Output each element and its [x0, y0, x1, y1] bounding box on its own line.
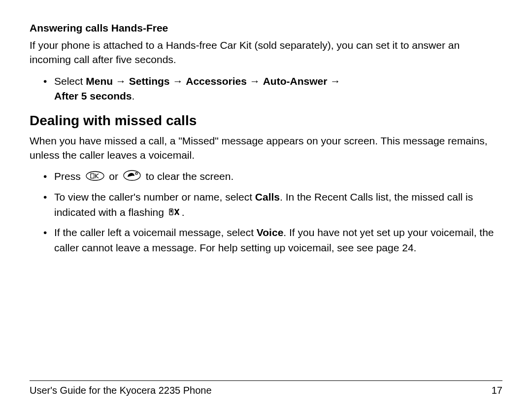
section-heading-missed: Dealing with missed calls	[30, 113, 502, 129]
missed-list: Press or to clear the screen. To view th…	[30, 169, 502, 255]
footer-title: User's Guide for the Kyocera 2235 Phone	[30, 385, 212, 396]
missed-bullet-2: To view the caller's number or name, sel…	[43, 190, 502, 220]
b1-prefix: Press	[54, 171, 84, 182]
arrow: →	[170, 75, 186, 87]
missed-bullet-1: Press or to clear the screen.	[43, 169, 502, 185]
b1-mid: or	[106, 171, 121, 182]
missed-paragraph: When you have missed a call, a "Missed" …	[30, 134, 502, 163]
b3-prefix: If the caller left a voicemail message, …	[54, 227, 257, 238]
arrow: →	[327, 75, 340, 87]
svg-point-0	[86, 171, 104, 180]
b2-suffix: .	[182, 206, 185, 218]
b2-prefix: To view the caller's number or name, sel…	[54, 191, 255, 203]
period: .	[132, 90, 135, 102]
bullet-prefix: Select	[54, 75, 86, 87]
svg-rect-1	[91, 173, 94, 178]
b1-suffix: to clear the screen.	[143, 171, 233, 182]
handsfree-bullet: Select Menu → Settings → Accessories → A…	[43, 74, 502, 104]
missed-bullet-3: If the caller left a voicemail message, …	[43, 225, 502, 255]
page-footer: User's Guide for the Kyocera 2235 Phone …	[30, 380, 502, 396]
end-key-icon	[123, 170, 141, 185]
menu-path-3: Accessories	[186, 75, 247, 87]
handsfree-paragraph: If your phone is attached to a Hands-fre…	[30, 38, 502, 67]
arrow: →	[247, 75, 263, 87]
subsection-heading-handsfree: Answering calls Hands-Free	[30, 22, 502, 34]
menu-path-4: Auto-Answer	[263, 75, 328, 87]
svg-rect-6	[170, 210, 172, 212]
menu-path-1: Menu	[86, 75, 113, 87]
menu-path-2: Settings	[129, 75, 170, 87]
ok-key-icon	[86, 170, 104, 185]
handsfree-list: Select Menu → Settings → Accessories → A…	[30, 74, 502, 104]
arrow: →	[113, 75, 129, 87]
b2-bold: Calls	[255, 191, 280, 203]
menu-path-5: After 5 seconds	[54, 90, 132, 102]
missed-call-icon	[169, 206, 182, 220]
page-number: 17	[492, 385, 502, 396]
b3-bold: Voice	[257, 227, 283, 238]
